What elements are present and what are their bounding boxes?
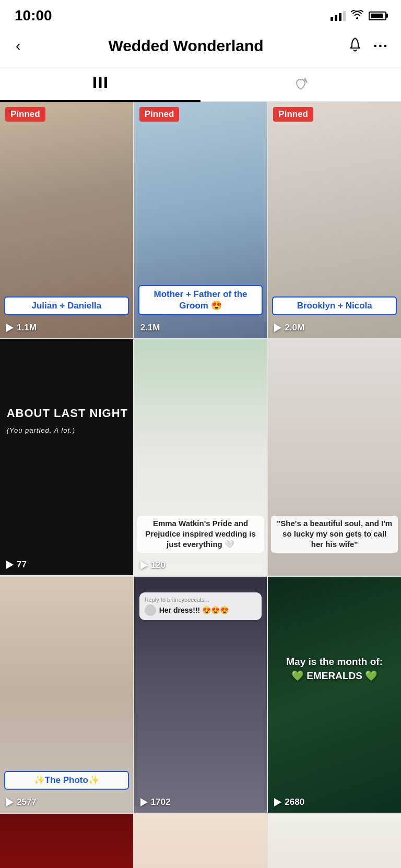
more-options-icon[interactable]: ··· [373,38,388,54]
tab-likes[interactable] [200,76,401,101]
play-count: 2.0M [274,323,304,333]
liked-icon [292,76,309,94]
status-time: 10:00 [15,7,52,24]
svg-rect-1 [99,77,102,88]
caption-box: "She's a beautiful soul, and I'm so luck… [271,516,398,553]
play-count: 2680 [274,797,304,807]
video-item-v9[interactable]: May is the month of:💚 EMERALDS 💚2680 [268,577,401,813]
play-count-number: 2.1M [140,323,160,333]
tab-grid[interactable] [0,76,200,102]
pinned-badge: Pinned [273,107,313,122]
video-title-label: ✨The Photo✨ [4,771,129,790]
svg-rect-0 [93,77,96,88]
page-title: Wedded Wonderland [108,37,263,55]
back-button[interactable]: ‹ [13,34,23,57]
play-count: 1.1M [6,323,37,333]
video-item-v4[interactable]: ABOUT LAST NIGHT(You partied. A lot.)77 [0,339,133,576]
play-count-number: 2.0M [285,323,304,333]
play-count-number: 2577 [17,797,37,807]
signal-icon [331,10,346,21]
video-item-v12[interactable]: The Bridgerton Bride1422 [268,814,401,868]
video-item-v8[interactable]: Reply to britneybeecats...Her dress!!! 😍… [134,577,267,813]
play-count: 2577 [6,797,37,807]
status-bar: 10:00 [0,0,401,29]
play-count-number: 1702 [151,797,171,807]
video-title-label: Brooklyn + Nicola [272,296,397,315]
video-item-v7[interactable]: ✨The Photo✨2577 [0,577,133,813]
video-title-label: Mother + Father of the Groom 😍 [138,285,263,315]
video-item-v5[interactable]: Emma Watkin's Pride and Prejudice inspir… [134,339,267,576]
play-icon [274,324,281,332]
play-icon [6,324,14,332]
play-icon [6,561,14,569]
svg-rect-2 [104,77,107,88]
play-icon [6,798,14,806]
play-count-number: 120 [151,560,166,570]
overlay-text: ABOUT LAST NIGHT(You partied. A lot.) [7,406,128,438]
play-count: 2.1M [140,323,160,333]
play-count: 77 [6,560,27,570]
battery-icon [369,11,386,20]
pinned-badge: Pinned [139,107,180,122]
tabs-bar [0,67,401,102]
video-item-v1[interactable]: PinnedJulian + DaniellaJulian + Daniella… [0,102,133,338]
grid-icon [92,76,108,93]
emerald-overlay-text: May is the month of:💚 EMERALDS 💚 [268,655,401,683]
video-item-v11[interactable]: A Spring Bride 🌸1422 [134,814,267,868]
video-item-v6[interactable]: "She's a beautiful soul, and I'm so luck… [268,339,401,576]
video-item-v3[interactable]: PinnedBrooklyn + NicolaBrooklyn + Nicola… [268,102,401,338]
play-count: 120 [140,560,166,570]
notification-bell-icon[interactable] [348,37,362,55]
play-count-number: 77 [17,560,27,570]
status-icons [331,10,386,22]
play-count-number: 1.1M [17,323,37,333]
wifi-icon [351,10,363,22]
page-header: ‹ Wedded Wonderland ··· [0,29,401,67]
header-actions: ··· [348,37,388,55]
video-grid: PinnedJulian + DaniellaJulian + Daniella… [0,102,401,868]
video-item-v2[interactable]: PinnedMother + Father of the Groom 😍Moth… [134,102,267,338]
play-count: 1702 [140,797,171,807]
play-count-number: 2680 [285,797,304,807]
reply-bubble: Reply to britneybeecats...Her dress!!! 😍… [139,592,262,620]
play-icon [140,798,148,806]
play-icon [274,798,281,806]
video-item-v10[interactable]: Marry Me? 🍓670 [0,814,133,868]
caption-box: Emma Watkin's Pride and Prejudice inspir… [137,516,264,553]
pinned-badge: Pinned [5,107,45,122]
video-title-label: Julian + Daniella [4,296,129,315]
play-icon [140,561,148,569]
